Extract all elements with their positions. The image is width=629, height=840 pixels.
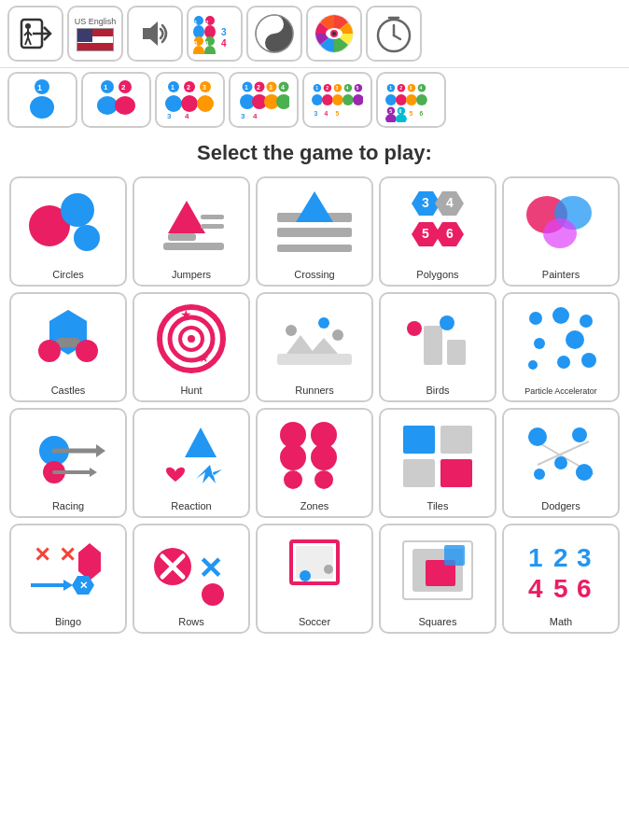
math-label: Math	[548, 616, 574, 628]
svg-point-89	[385, 94, 397, 105]
player-count-5[interactable]: 1 2 3 4 5 3 4 5	[302, 72, 372, 128]
svg-rect-111	[163, 243, 224, 250]
game-math[interactable]: 1 2 3 4 5 6 Math	[502, 524, 620, 634]
svg-text:5: 5	[356, 85, 358, 91]
svg-point-110	[74, 225, 100, 251]
svg-point-74	[322, 94, 333, 105]
svg-point-14	[193, 46, 204, 54]
player-count-1[interactable]: 1	[7, 72, 77, 128]
svg-marker-113	[168, 201, 205, 233]
svg-point-134	[76, 340, 98, 362]
game-painters[interactable]: Painters	[502, 176, 620, 287]
game-polygons[interactable]: 3 4 5 6 Polygons	[379, 176, 496, 287]
svg-rect-114	[201, 215, 224, 219]
svg-text:4: 4	[419, 85, 422, 91]
svg-point-146	[332, 329, 343, 341]
svg-rect-174	[440, 426, 472, 454]
svg-text:3: 3	[577, 543, 592, 572]
player-count-6[interactable]: 1 2 3 4 5 6 5 6	[376, 72, 446, 128]
game-particle-accelerator[interactable]: Particle Accelerator	[502, 292, 620, 402]
racing-label: Racing	[50, 500, 86, 512]
color-wheel-icon	[314, 13, 355, 54]
svg-text:5: 5	[553, 574, 568, 603]
player-count-2[interactable]: 1 2	[81, 72, 151, 128]
circles-icon	[11, 178, 125, 269]
svg-point-179	[528, 427, 547, 446]
dodgers-icon	[504, 410, 618, 500]
game-reaction[interactable]: Reaction	[133, 408, 250, 518]
game-birds[interactable]: Birds	[379, 292, 496, 402]
colors-button[interactable]	[306, 6, 362, 62]
svg-text:5: 5	[389, 108, 392, 114]
soccer-icon	[258, 525, 371, 616]
bingo-icon: ✕ ✕ ✕	[11, 525, 125, 616]
game-bingo[interactable]: ✕ ✕ ✕ Bingo	[9, 524, 127, 634]
svg-text:6: 6	[419, 110, 423, 117]
game-zones[interactable]: Zones	[256, 408, 373, 518]
bingo-label: Bingo	[53, 616, 83, 628]
svg-text:3: 3	[314, 110, 318, 117]
svg-point-77	[332, 94, 343, 105]
svg-rect-141	[277, 354, 352, 365]
svg-text:3: 3	[203, 84, 206, 91]
svg-point-80	[342, 94, 354, 105]
svg-point-30	[332, 32, 336, 35]
svg-marker-166	[196, 465, 222, 483]
game-crossing[interactable]: Crossing	[256, 176, 373, 287]
reaction-label: Reaction	[169, 500, 213, 512]
hunt-label: Hunt	[178, 385, 203, 397]
svg-point-152	[552, 307, 569, 324]
svg-point-195	[202, 583, 224, 606]
svg-marker-8	[143, 21, 158, 46]
svg-point-158	[581, 353, 596, 368]
svg-line-33	[394, 35, 400, 39]
game-soccer[interactable]: Soccer	[256, 524, 373, 634]
game-runners[interactable]: Runners	[256, 292, 373, 402]
game-circles[interactable]: Circles	[9, 176, 127, 287]
timer-button[interactable]	[366, 6, 422, 62]
svg-rect-132	[56, 338, 80, 347]
game-jumpers[interactable]: Jumpers	[133, 176, 250, 287]
game-rows[interactable]: ✕ Rows	[133, 524, 250, 634]
rows-label: Rows	[176, 616, 206, 628]
svg-text:3: 3	[241, 112, 245, 120]
player-count-3[interactable]: 1 2 3 3 4	[155, 72, 225, 128]
svg-point-138	[188, 335, 195, 343]
castles-icon	[11, 294, 125, 385]
game-squares[interactable]: Squares	[379, 524, 496, 634]
svg-marker-188	[63, 580, 73, 591]
page-title: Select the game to play:	[0, 132, 629, 173]
svg-point-24	[272, 21, 278, 28]
svg-text:1: 1	[315, 85, 318, 91]
svg-text:1: 1	[389, 85, 392, 91]
svg-marker-142	[287, 335, 314, 354]
svg-point-83	[353, 94, 363, 105]
game-racing[interactable]: Racing	[9, 408, 127, 518]
game-grid: Circles Jumpers	[0, 173, 629, 643]
svg-text:4: 4	[528, 574, 543, 603]
svg-text:3: 3	[269, 84, 273, 91]
svg-text:1: 1	[104, 83, 108, 91]
svg-text:4: 4	[446, 195, 454, 210]
crossing-label: Crossing	[292, 269, 336, 281]
players-button[interactable]: 1 2 3 4 5 6	[187, 6, 243, 62]
game-dodgers[interactable]: Dodgers	[502, 408, 620, 518]
player-count-4[interactable]: 1 2 3 4 3 4	[229, 72, 299, 128]
runners-icon	[258, 294, 371, 385]
game-hunt[interactable]: ★ ★ Hunt	[133, 292, 250, 402]
language-button[interactable]: US English	[67, 6, 123, 62]
game-tiles[interactable]: Tiles	[379, 408, 496, 518]
svg-point-154	[534, 338, 545, 349]
flag-icon	[77, 28, 114, 51]
svg-text:✕: ✕	[198, 552, 223, 585]
zones-label: Zones	[299, 500, 331, 512]
exit-button[interactable]	[7, 6, 63, 62]
theme-button[interactable]	[246, 6, 302, 62]
svg-point-144	[286, 325, 297, 336]
game-castles[interactable]: Castles	[9, 292, 127, 402]
soccer-label: Soccer	[297, 616, 332, 628]
squares-icon	[381, 525, 495, 616]
sound-button[interactable]	[127, 6, 183, 62]
svg-text:4: 4	[221, 38, 227, 49]
svg-rect-117	[277, 228, 352, 237]
